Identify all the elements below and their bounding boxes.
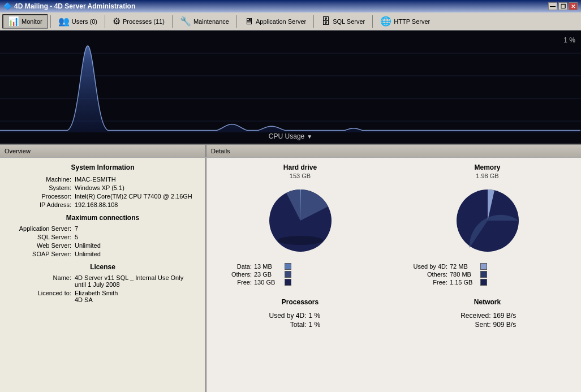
net-sent-row: Sent: 909 B/s (451, 321, 524, 329)
processors-section: Processors Used by 4D: 1 % Total: 1 % (218, 298, 382, 330)
app-server-conn-value: 7 (75, 225, 78, 232)
licenced-to-label: Licenced to: (9, 290, 71, 303)
top-details-row: Hard drive 153 GB (218, 163, 570, 287)
sql-server-conn-value: 5 (75, 234, 78, 240)
system-info-title: System Information (9, 163, 196, 171)
chart-dropdown-icon: ▼ (307, 133, 312, 140)
panels-header: Overview Details (0, 144, 581, 158)
separator-4 (236, 15, 237, 28)
monitor-icon: 📊 (8, 16, 19, 27)
net-sent-value: 909 B/s (493, 321, 522, 329)
processes-tab[interactable]: ⚙ Processes (11) (107, 14, 170, 29)
http-server-tab[interactable]: 🌐 HTTP Server (375, 14, 435, 29)
minimize-button[interactable]: — (548, 2, 557, 10)
proc-used4d-value: 1 % (309, 312, 337, 320)
mem-others-swatch (480, 271, 487, 278)
hard-drive-chart (264, 184, 337, 257)
hard-drive-legend: Data: 13 MB Others: 23 GB Free: 130 GB (218, 263, 382, 287)
web-server-conn-label: Web Server: (9, 242, 71, 249)
web-server-row: Web Server: Unlimited (9, 242, 196, 249)
titlebar-title: 4D Mailing - 4D Server Administration (14, 2, 135, 10)
maintenance-label: Maintenance (193, 18, 229, 25)
ip-row: IP Address: 192.168.88.108 (9, 201, 196, 208)
hd-data-swatch (285, 263, 291, 270)
machine-value: IMAC-ESMITH (75, 176, 116, 183)
license-title: License (9, 263, 196, 271)
hd-data-value: 13 MB (254, 263, 282, 270)
mem-others-label: Others: (405, 271, 447, 278)
proc-total-label: Total: (261, 321, 307, 329)
users-label: Users (0) (72, 18, 97, 25)
network-title: Network (474, 298, 501, 306)
restore-button[interactable]: ❐ (558, 2, 567, 10)
app-server-icon: 🖥 (244, 16, 253, 27)
memory-chart (451, 184, 524, 257)
processor-label: Processor: (9, 193, 71, 200)
mem-used4d-label: Used by 4D: (405, 263, 447, 270)
memory-subtitle: 1.98 GB (476, 173, 498, 179)
mem-free-swatch (480, 279, 487, 286)
hd-others-swatch (285, 271, 291, 278)
licenced-to-value: Elizabeth Smith 4D SA (75, 290, 118, 303)
hard-drive-section: Hard drive 153 GB (218, 163, 382, 287)
toolbar: 📊 Monitor 👥 Users (0) ⚙ Processes (11) 🔧… (0, 12, 581, 31)
processor-row: Processor: Intel(R) Core(TM)2 CPU T7400 … (9, 193, 196, 200)
http-icon: 🌐 (380, 16, 391, 27)
mem-free-label: Free: (405, 279, 447, 286)
net-received-label: Received: (451, 312, 491, 320)
overview-header: Overview (0, 145, 206, 157)
monitor-tab[interactable]: 📊 Monitor (2, 14, 48, 29)
mem-used4d-swatch (480, 263, 487, 270)
sql-server-row: SQL Server: 5 (9, 234, 196, 240)
separator-5 (313, 15, 314, 28)
maintenance-tab[interactable]: 🔧 Maintenance (175, 14, 234, 29)
app-server-tab[interactable]: 🖥 Hard drive Application Server (239, 14, 311, 29)
chart-canvas (0, 31, 581, 144)
titlebar-icon: 🔷 (3, 2, 12, 10)
separator-1 (50, 15, 51, 28)
net-sent-label: Sent: (451, 321, 491, 329)
hd-data-label: Data: (218, 263, 252, 270)
hd-free-row: Free: 130 GB (218, 279, 382, 286)
hd-free-label: Free: (218, 279, 252, 286)
sql-icon: 🗄 (321, 16, 330, 27)
close-button[interactable]: ✕ (569, 2, 578, 10)
http-label: HTTP Server (394, 18, 430, 25)
hd-others-value: 23 GB (254, 271, 282, 278)
titlebar-controls: — ❐ ✕ (548, 2, 578, 10)
hd-free-swatch (285, 279, 291, 286)
sql-server-conn-label: SQL Server: (9, 234, 71, 240)
memory-section: Memory 1.98 GB Used by 4D: 72 (405, 163, 570, 287)
hard-drive-title: Hard drive (283, 163, 317, 171)
bottom-panels: System Information Machine: IMAC-ESMITH … (0, 158, 581, 392)
mem-others-row: Others: 780 MB (405, 271, 570, 278)
processors-stats: Used by 4D: 1 % Total: 1 % (261, 312, 339, 330)
network-stats: Received: 169 B/s Sent: 909 B/s (451, 312, 524, 330)
users-tab[interactable]: 👥 Users (0) (53, 14, 102, 29)
processors-title: Processors (282, 298, 319, 306)
system-label: System: (9, 184, 71, 191)
hard-drive-pie (264, 184, 337, 257)
net-received-value: 169 B/s (493, 312, 522, 320)
license-name-row: Name: 4D Server v11 SQL _ Internal Use O… (9, 274, 196, 288)
overview-panel: System Information Machine: IMAC-ESMITH … (0, 158, 206, 392)
web-server-conn-value: Unlimited (75, 242, 101, 249)
details-panel: Hard drive 153 GB (206, 158, 581, 392)
mem-free-value: 1.15 GB (450, 279, 478, 286)
network-section: Network Received: 169 B/s Sent: 909 B/s (405, 298, 570, 330)
maintenance-icon: 🔧 (180, 16, 191, 27)
sql-server-tab[interactable]: 🗄 SQL Server (316, 14, 370, 29)
processor-value: Intel(R) Core(TM)2 CPU T7400 @ 2.16GH (75, 193, 192, 200)
separator-6 (372, 15, 373, 28)
monitor-label: Monitor (21, 18, 42, 25)
processes-icon: ⚙ (113, 16, 120, 27)
proc-used4d-row: Used by 4D: 1 % (261, 312, 339, 320)
titlebar: 🔷 4D Mailing - 4D Server Administration … (0, 0, 581, 12)
cpu-chart: 1 % CPU Usage ▼ (0, 31, 581, 144)
users-icon: 👥 (58, 16, 70, 27)
separator-3 (172, 15, 173, 28)
chart-label[interactable]: CPU Usage ▼ (269, 132, 312, 140)
memory-pie (451, 184, 524, 257)
proc-total-row: Total: 1 % (261, 321, 339, 329)
licenced-to-row: Licenced to: Elizabeth Smith 4D SA (9, 290, 196, 303)
